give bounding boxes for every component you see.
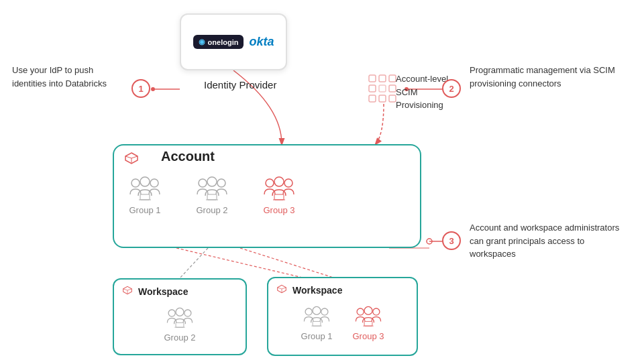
svg-rect-16: [369, 95, 376, 102]
svg-point-33: [266, 179, 274, 187]
account-group-3-label: Group 3: [264, 205, 295, 215]
workspace-1-box: Workspace Group 2: [113, 278, 247, 355]
diagram-container: ◉ onelogin okta Identity Provider 1 Use …: [0, 0, 644, 362]
workspace-2-header: Workspace: [268, 278, 417, 299]
svg-line-8: [240, 248, 335, 278]
svg-point-56: [357, 308, 364, 315]
svg-point-35: [274, 177, 284, 186]
svg-line-48: [282, 288, 286, 289]
svg-rect-36: [274, 194, 284, 200]
svg-point-34: [284, 179, 292, 187]
svg-rect-45: [176, 322, 184, 327]
svg-point-43: [184, 310, 191, 316]
workspace-1-icon: [122, 286, 133, 297]
svg-line-49: [278, 288, 282, 289]
svg-line-7: [180, 248, 208, 278]
svg-point-29: [217, 179, 225, 187]
ws2-group-3-icon: [354, 304, 383, 327]
svg-rect-26: [140, 194, 150, 200]
svg-line-6: [176, 248, 305, 278]
workspace-2-box: Workspace Group 1: [267, 277, 418, 356]
onelogin-logo: ◉ onelogin: [193, 35, 244, 49]
svg-point-5: [427, 239, 432, 244]
svg-point-51: [305, 308, 312, 315]
account-group-2-label: Group 2: [197, 205, 228, 215]
group-1-icon: [127, 174, 162, 201]
svg-point-23: [131, 179, 140, 187]
ws2-group-1-icon: [302, 304, 331, 327]
svg-rect-12: [389, 75, 396, 82]
idp-label: Identity Provider: [204, 79, 276, 90]
workspace-1-groups: Group 2: [114, 300, 246, 343]
workspace-2-group-3: Group 3: [353, 304, 384, 341]
account-group-1: Group 1: [127, 174, 162, 215]
svg-rect-31: [207, 194, 217, 200]
ws2-group-3-label: Group 3: [353, 331, 384, 341]
workspace-1-label: Workspace: [138, 286, 188, 297]
workspace-2-label: Workspace: [292, 285, 342, 296]
svg-rect-13: [369, 85, 376, 92]
step-1-text: Use your IdP to push identities into Dat…: [12, 64, 126, 90]
step-2-text: Programmatic management via SCIM provisi…: [470, 64, 624, 90]
idp-provider-box: ◉ onelogin okta: [180, 13, 287, 70]
svg-point-25: [140, 177, 150, 186]
scim-icon: [368, 74, 397, 109]
svg-point-24: [150, 179, 158, 187]
workspace-2-icon: [276, 284, 287, 296]
svg-point-1: [151, 87, 155, 91]
svg-rect-15: [389, 85, 396, 92]
step-3-circle: 3: [442, 231, 461, 250]
svg-point-28: [199, 179, 207, 187]
ws1-group-2-label: Group 2: [164, 333, 196, 343]
ws2-group-1-label: Group 1: [301, 331, 333, 341]
account-group-2: Group 2: [195, 174, 229, 215]
svg-rect-18: [389, 95, 396, 102]
account-label: Account: [161, 149, 215, 164]
step-3-text: Account and workspace administrators can…: [470, 221, 624, 261]
svg-point-52: [321, 308, 328, 315]
svg-rect-59: [364, 321, 372, 326]
svg-point-42: [168, 310, 175, 316]
ws1-group-2-icon: [165, 306, 195, 328]
svg-rect-14: [379, 85, 386, 92]
onelogin-text: onelogin: [208, 38, 239, 46]
svg-line-40: [123, 289, 127, 290]
account-icon: [124, 152, 139, 168]
group-3-icon: [262, 174, 297, 201]
svg-rect-54: [313, 321, 321, 326]
okta-logo-area: okta: [249, 35, 274, 49]
svg-line-20: [131, 156, 138, 158]
svg-rect-17: [379, 95, 386, 102]
workspace-2-group-1: Group 1: [301, 304, 333, 341]
step-1-circle: 1: [131, 79, 150, 98]
svg-point-57: [373, 308, 380, 315]
svg-point-30: [207, 177, 217, 186]
account-group-3: Group 3: [262, 174, 297, 215]
svg-line-39: [127, 289, 131, 290]
workspace-1-header: Workspace: [114, 280, 246, 300]
svg-point-53: [313, 306, 321, 314]
step-2-circle: 2: [442, 79, 461, 98]
svg-point-58: [364, 306, 372, 314]
workspace-2-groups: Group 1 Group 3: [268, 299, 417, 341]
group-2-icon: [195, 174, 229, 201]
svg-rect-11: [379, 75, 386, 82]
svg-line-21: [125, 156, 131, 158]
svg-rect-10: [369, 75, 376, 82]
account-group-1-label: Group 1: [129, 205, 161, 215]
account-groups: Group 1 Group 2: [127, 174, 297, 215]
svg-point-44: [176, 308, 184, 316]
workspace-1-group-2: Group 2: [164, 306, 196, 343]
okta-text: okta: [249, 35, 274, 48]
